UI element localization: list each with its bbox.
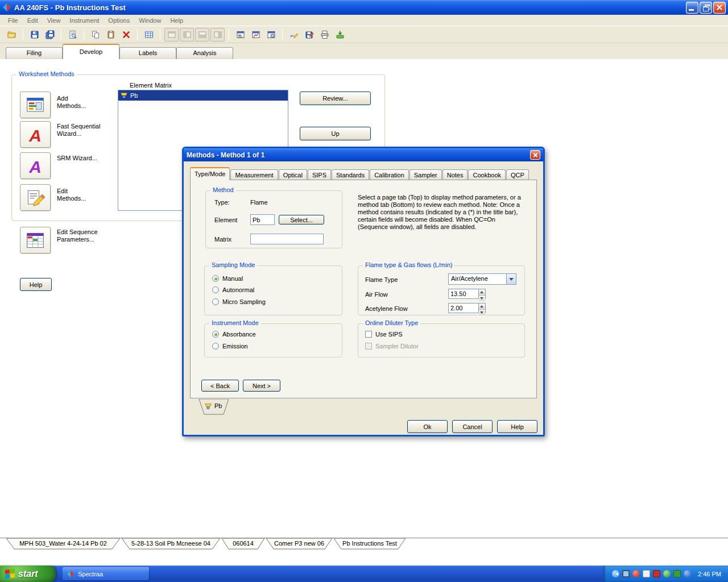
combo-dropdown-arrow-icon[interactable] (506, 274, 516, 284)
worksheet-tab-2[interactable]: 5-28-13 Soil Pb Mcneese 04 (121, 538, 221, 550)
edit-methods-button[interactable] (20, 184, 51, 211)
radio-emission[interactable]: Emission (212, 343, 248, 350)
edit-signal-button[interactable] (287, 28, 301, 41)
radio-manual[interactable]: Manual (212, 275, 243, 282)
menu-file[interactable]: File (3, 16, 23, 25)
tab-qcp[interactable]: QCP (506, 169, 529, 180)
next-button[interactable]: Next > (243, 380, 280, 392)
back-button[interactable]: < Back (201, 380, 239, 392)
menu-window[interactable]: Window (134, 16, 166, 25)
export-button[interactable] (333, 28, 347, 41)
spin-up-icon[interactable] (479, 289, 485, 296)
use-sips-checkbox-row[interactable]: Use SIPS (365, 331, 403, 338)
spin-down-icon[interactable] (479, 296, 485, 301)
tab-filing[interactable]: Filing (6, 47, 63, 59)
copy-button[interactable] (88, 28, 102, 41)
window-settings-button[interactable] (264, 28, 278, 41)
air-flow-spin-buttons[interactable] (478, 289, 485, 298)
minimize-button[interactable] (686, 2, 698, 14)
delete-button[interactable] (119, 28, 133, 41)
card-tray-icon[interactable] (643, 570, 650, 577)
online-diluter-group: Online Diluter Type Use SIPS Sampler Dil… (358, 323, 525, 357)
flame-type-combo[interactable]: Air/Acetylene (448, 273, 516, 285)
save-button[interactable] (27, 28, 42, 41)
antivirus-tray-icon[interactable] (653, 570, 660, 577)
method-tab-pb[interactable]: Pb (198, 399, 230, 415)
tab-optical[interactable]: Optical (279, 169, 307, 180)
acetylene-flow-spinner[interactable] (448, 303, 486, 313)
paste-button[interactable] (104, 28, 118, 41)
tab-measurement[interactable]: Measurement (230, 169, 278, 180)
tab-calibration[interactable]: Calibration (370, 169, 409, 180)
print-preview-button[interactable] (65, 28, 80, 41)
toolbar (0, 26, 728, 43)
select-element-button[interactable]: Select... (279, 215, 324, 225)
start-button[interactable]: start (0, 566, 56, 582)
taskbar-task-spectraa[interactable]: Spectraa (63, 567, 149, 580)
menu-instrument[interactable]: Instrument (65, 16, 104, 25)
tab-standards[interactable]: Standards (332, 169, 369, 180)
worksheet-tab-4[interactable]: Comer P3 new 06 (266, 538, 333, 550)
menu-view[interactable]: View (43, 16, 65, 25)
tab-analysis[interactable]: Analysis (176, 47, 233, 59)
matrix-field[interactable] (250, 234, 324, 244)
use-sips-checkbox[interactable] (365, 331, 372, 338)
open-file-button[interactable] (5, 28, 19, 41)
spin-up-icon[interactable] (479, 304, 485, 310)
tab-labels[interactable]: Labels (119, 47, 176, 59)
layout-4-button[interactable] (210, 28, 225, 41)
acetylene-flow-spin-buttons[interactable] (478, 304, 485, 313)
element-field[interactable] (250, 214, 275, 225)
dialog-close-button[interactable] (530, 150, 540, 160)
updates-tray-icon[interactable] (684, 570, 691, 577)
removable-device-tray-icon[interactable] (632, 570, 640, 577)
air-flow-spinner[interactable] (448, 289, 486, 299)
tab-develop[interactable]: Develop (63, 44, 119, 59)
tab-notes[interactable]: Notes (442, 169, 468, 180)
print-button[interactable] (317, 28, 332, 41)
edit-sequence-parameters-button[interactable] (20, 227, 51, 253)
table-button[interactable] (142, 28, 156, 41)
add-methods-button[interactable] (20, 92, 51, 118)
menu-help[interactable]: Help (166, 16, 188, 25)
layout-2-button[interactable] (180, 28, 194, 41)
window-report-button[interactable] (233, 28, 247, 41)
tab-sampler[interactable]: Sampler (410, 169, 442, 180)
window-chart-button[interactable] (249, 28, 263, 41)
menu-options[interactable]: Options (104, 16, 134, 25)
up-button[interactable]: Up (300, 127, 371, 140)
fast-sequential-wizard-button[interactable]: A (20, 121, 51, 148)
close-button[interactable] (713, 2, 726, 14)
restore-button[interactable] (700, 2, 712, 14)
tab-cookbook[interactable]: Cookbook (468, 169, 506, 180)
status-green-tray-icon[interactable] (663, 570, 671, 577)
spin-down-icon[interactable] (479, 310, 485, 315)
save-signal-button[interactable] (302, 28, 316, 41)
acetylene-flow-field[interactable] (449, 304, 478, 313)
layout-3-button[interactable] (195, 28, 209, 41)
air-flow-field[interactable] (449, 289, 478, 298)
ok-button[interactable]: Ok (407, 420, 448, 433)
tab-sips[interactable]: SIPS (308, 169, 331, 180)
dialog-help-button[interactable]: Help (497, 420, 537, 433)
radio-micro-sampling[interactable]: Micro Sampling (212, 298, 266, 305)
worksheet-tab-active[interactable]: Pb Instructions Test (333, 538, 406, 550)
radio-absorbance[interactable]: Absorbance (212, 331, 256, 338)
tab-type-mode[interactable]: Type/Mode (190, 167, 230, 180)
list-item-pb[interactable]: Pb (118, 90, 288, 101)
help-button[interactable]: Help (20, 278, 52, 291)
srm-wizard-button[interactable]: A (20, 152, 51, 179)
network-tray-icon[interactable] (673, 570, 681, 577)
window-pale-icon (167, 30, 176, 39)
worksheet-tab-1[interactable]: MPH 503_Water 4-24-14 Pb 02 (6, 538, 121, 550)
cancel-button[interactable]: Cancel (452, 420, 493, 433)
menu-edit[interactable]: Edit (23, 16, 43, 25)
save-all-button[interactable] (43, 28, 57, 41)
display-tray-icon[interactable] (622, 570, 630, 577)
review-button[interactable]: Review... (300, 92, 371, 105)
layout-1-button[interactable] (164, 28, 179, 41)
hide-icons-chevron-icon[interactable] (612, 570, 619, 577)
radio-autonormal[interactable]: Autonormal (212, 286, 254, 293)
worksheet-tab-3[interactable]: 060614 (221, 538, 265, 550)
radio-emission-label: Emission (222, 343, 248, 350)
